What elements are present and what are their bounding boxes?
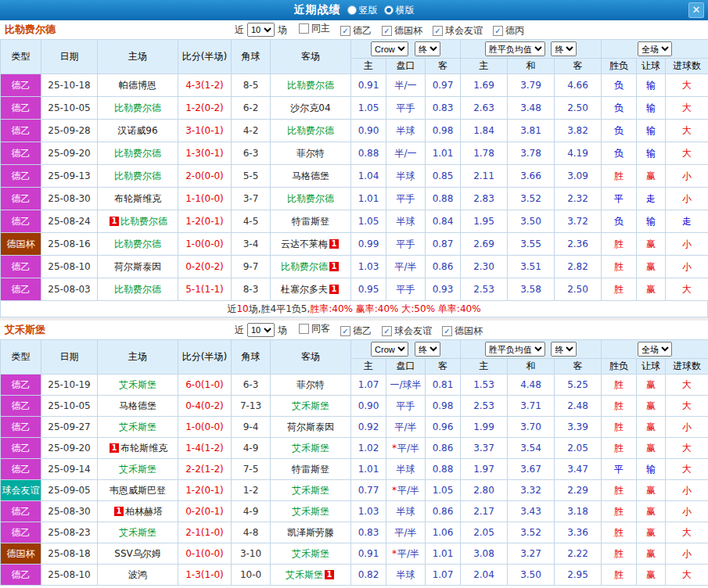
team-link[interactable]: 韦恩威斯巴登	[110, 485, 166, 496]
home-team-cell[interactable]: 艾禾斯堡	[98, 375, 178, 396]
filter-checkbox[interactable]: 同主	[299, 22, 330, 35]
checkbox-checked-icon[interactable]: ✓	[493, 26, 503, 36]
home-team-cell[interactable]: 马格德堡	[98, 396, 178, 417]
team-link[interactable]: 荷尔斯泰因	[114, 261, 161, 272]
layout-horizontal-radio[interactable]: 横版	[384, 4, 415, 17]
away-team-cell[interactable]: 特雷斯登	[271, 210, 351, 233]
away-team-cell[interactable]: 艾禾斯堡	[271, 480, 351, 501]
away-team-cell[interactable]: 比勒费尔德	[271, 74, 351, 97]
team-link[interactable]: 荷尔斯泰因	[287, 421, 334, 432]
away-team-cell[interactable]: 凯泽斯劳滕	[271, 522, 351, 543]
avg-type-select[interactable]: 胜平负均值	[485, 41, 545, 56]
home-team-cell[interactable]: 帕德博恩	[98, 74, 178, 97]
filter-checkbox[interactable]: 同客	[299, 322, 330, 335]
match-count-select[interactable]: 10	[247, 23, 275, 37]
team-link[interactable]: 马格德堡	[119, 400, 156, 411]
team-link[interactable]: 马格德堡	[292, 170, 329, 181]
team-link[interactable]: 比勒费尔德	[287, 80, 334, 91]
odds-time-select[interactable]: 终	[415, 41, 440, 56]
team-link[interactable]: 比勒费尔德	[287, 125, 334, 136]
layout-vertical-radio[interactable]: 竖版	[347, 4, 378, 17]
avg-time-select[interactable]: 终	[551, 342, 577, 357]
team-link[interactable]: 艾禾斯堡	[292, 548, 329, 559]
team-link[interactable]: 艾禾斯堡	[292, 443, 329, 454]
away-team-cell[interactable]: 马格德堡	[271, 165, 351, 188]
home-team-cell[interactable]: 波鸿	[98, 565, 178, 586]
odds-source-select[interactable]: Crow	[371, 41, 408, 56]
scope-select[interactable]: 全场	[638, 342, 672, 357]
odds-source-select[interactable]: Crow	[371, 342, 408, 357]
checkbox-unchecked-icon[interactable]	[299, 23, 309, 34]
filter-checkbox[interactable]: ✓德乙	[340, 324, 372, 338]
away-team-cell[interactable]: 特雷斯登	[271, 459, 351, 480]
team-link[interactable]: 比勒费尔德	[287, 193, 334, 204]
away-team-cell[interactable]: 沙尔克04	[271, 97, 351, 120]
filter-checkbox[interactable]: ✓德乙	[340, 24, 372, 38]
team-link[interactable]: 沙尔克04	[290, 102, 330, 113]
away-team-cell[interactable]: 艾禾斯堡1	[271, 565, 351, 586]
filter-checkbox[interactable]: ✓德国杯	[442, 324, 483, 338]
team-link[interactable]: 比勒费尔德	[120, 216, 167, 227]
filter-checkbox[interactable]: ✓德丙	[493, 24, 524, 38]
home-team-cell[interactable]: 荷尔斯泰因	[98, 256, 178, 278]
away-team-cell[interactable]: 比勒费尔德	[271, 120, 351, 142]
scope-select[interactable]: 全场	[638, 41, 672, 56]
away-team-cell[interactable]: 菲尔特	[271, 142, 351, 165]
team-link[interactable]: 帕德博恩	[119, 80, 156, 91]
away-team-cell[interactable]: 云达不莱梅1	[271, 233, 351, 256]
away-team-cell[interactable]: 比勒费尔德	[271, 188, 351, 210]
radio-unselected-icon[interactable]	[347, 5, 357, 15]
away-team-cell[interactable]: 艾禾斯堡	[271, 396, 351, 417]
team-link[interactable]: 凯泽斯劳滕	[287, 527, 334, 538]
team-link[interactable]: 比勒费尔德	[114, 148, 161, 159]
away-team-cell[interactable]: 艾禾斯堡	[271, 543, 351, 565]
checkbox-checked-icon[interactable]: ✓	[433, 26, 443, 36]
team-link[interactable]: 艾禾斯堡	[292, 485, 329, 496]
team-link[interactable]: 汉诺威96	[117, 125, 157, 136]
home-team-cell[interactable]: 艾禾斯堡	[98, 459, 178, 480]
team-link[interactable]: 特雷斯登	[292, 464, 329, 475]
checkbox-checked-icon[interactable]: ✓	[382, 26, 392, 36]
away-team-cell[interactable]: 比勒费尔德1	[271, 256, 351, 278]
match-count-select[interactable]: 10	[247, 323, 275, 337]
team-link[interactable]: 比勒费尔德	[114, 284, 161, 295]
home-team-cell[interactable]: 布轮斯维克	[98, 188, 178, 210]
team-link[interactable]: 布轮斯维克	[114, 193, 161, 204]
away-team-cell[interactable]: 菲尔特	[271, 375, 351, 396]
team-link[interactable]: 比勒费尔德	[114, 170, 161, 181]
home-team-cell[interactable]: 比勒费尔德	[98, 233, 178, 256]
team-link[interactable]: 艾禾斯堡	[292, 400, 329, 411]
avg-time-select[interactable]: 终	[551, 41, 577, 56]
radio-selected-icon[interactable]	[384, 5, 394, 15]
away-team-cell[interactable]: 艾禾斯堡	[271, 501, 351, 522]
home-team-cell[interactable]: 韦恩威斯巴登	[98, 480, 178, 501]
home-team-cell[interactable]: 比勒费尔德	[98, 165, 178, 188]
home-team-cell[interactable]: 1柏林赫塔	[98, 501, 178, 522]
filter-checkbox[interactable]: ✓德国杯	[382, 24, 422, 38]
team-link[interactable]: 比勒费尔德	[114, 102, 161, 113]
filter-checkbox[interactable]: ✓球会友谊	[433, 24, 483, 38]
checkbox-unchecked-icon[interactable]	[299, 324, 309, 334]
home-team-cell[interactable]: 比勒费尔德	[98, 97, 178, 120]
team-link[interactable]: 比勒费尔德	[281, 261, 328, 272]
home-team-cell[interactable]: 汉诺威96	[98, 120, 178, 142]
team-link[interactable]: 艾禾斯堡	[119, 379, 156, 390]
team-link[interactable]: 特雷斯登	[292, 216, 329, 227]
away-team-cell[interactable]: 杜塞尔多夫1	[271, 278, 351, 301]
checkbox-checked-icon[interactable]: ✓	[340, 26, 350, 36]
team-link[interactable]: 艾禾斯堡	[119, 527, 156, 538]
team-link[interactable]: 比勒费尔德	[114, 238, 161, 249]
odds-time-select[interactable]: 终	[415, 342, 440, 357]
team-link[interactable]: 艾禾斯堡	[292, 506, 329, 517]
home-team-cell[interactable]: 艾禾斯堡	[98, 522, 178, 543]
team-link[interactable]: SSV乌尔姆	[114, 548, 160, 559]
home-team-cell[interactable]: 比勒费尔德	[98, 142, 178, 165]
home-team-cell[interactable]: 1比勒费尔德	[98, 210, 178, 233]
close-icon[interactable]: ✕	[688, 2, 704, 18]
team-link[interactable]: 菲尔特	[296, 379, 325, 390]
checkbox-checked-icon[interactable]: ✓	[340, 326, 350, 336]
team-link[interactable]: 艾禾斯堡	[286, 569, 323, 580]
team-link[interactable]: 柏林赫塔	[125, 506, 163, 517]
home-team-cell[interactable]: 比勒费尔德	[98, 278, 178, 301]
away-team-cell[interactable]: 荷尔斯泰因	[271, 417, 351, 438]
